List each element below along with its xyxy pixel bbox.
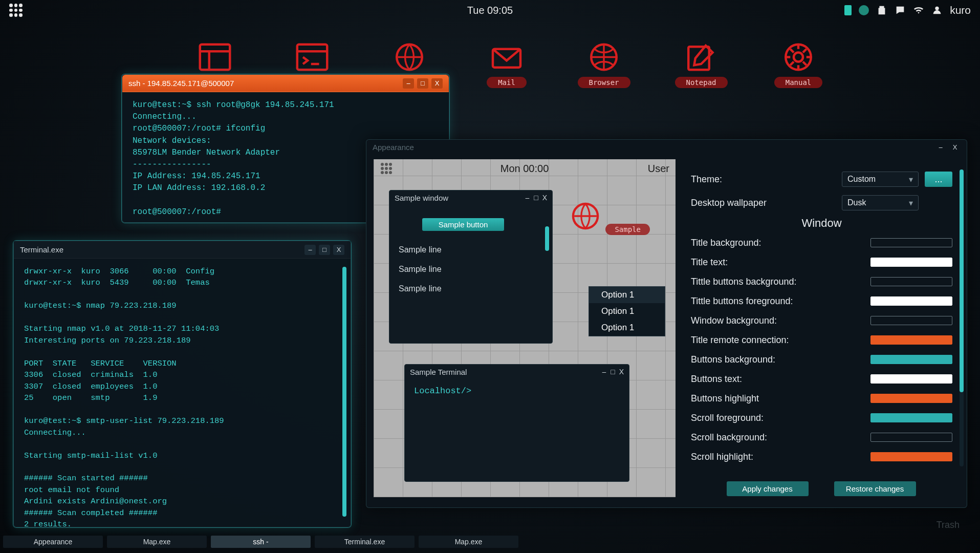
color-setting-label: Tittle buttons foreground: [691, 296, 870, 307]
maximize-button[interactable]: □ [534, 194, 538, 202]
color-setting-row: Window background: [691, 311, 952, 330]
context-menu-item[interactable]: Option 1 [589, 320, 665, 336]
minimize-button[interactable]: ‒ [403, 78, 414, 89]
color-setting-label: Title text: [691, 257, 870, 268]
close-button[interactable]: X [619, 368, 624, 376]
scrollbar-thumb[interactable] [960, 169, 964, 392]
apply-changes-button[interactable]: Apply changes [727, 481, 809, 496]
sample-line: Sample line [399, 260, 543, 279]
sample-line: Sample line [399, 279, 543, 299]
minimize-button[interactable]: ‒ [602, 368, 606, 376]
sample-window-title: Sample window [395, 194, 448, 202]
appearance-titlebar[interactable]: Appearance ‒ X [366, 140, 967, 154]
color-swatch[interactable] [870, 316, 952, 325]
desktop-icon-browser[interactable]: Browser [581, 41, 627, 88]
taskbar-item-map[interactable]: Map.exe [107, 536, 207, 548]
color-swatch[interactable] [870, 277, 952, 286]
taskbar-item-map-2[interactable]: Map.exe [419, 536, 518, 548]
tray-indicator-2[interactable] [859, 5, 869, 15]
color-setting-row: Buttons background: [691, 350, 952, 369]
apps-menu-icon[interactable] [9, 4, 23, 17]
color-setting-label: Title remote connection: [691, 335, 870, 346]
color-swatch[interactable] [870, 258, 952, 267]
terminal-titlebar[interactable]: Terminal.exe ‒ □ X [14, 241, 351, 259]
clipboard-icon[interactable] [876, 5, 887, 16]
preview-context-menu: Option 1 Option 1 Option 1 [589, 286, 665, 336]
wallpaper-label: Desktop wallpaper [691, 198, 842, 208]
sample-terminal: Sample Terminal ‒ □ X Localhost/> [404, 364, 629, 482]
color-setting-label: Buttons background: [691, 354, 870, 365]
color-setting-row: Title remote connection: [691, 330, 952, 350]
sample-window-titlebar[interactable]: Sample window ‒ □ X [389, 190, 552, 205]
system-tray: kuro [844, 4, 971, 16]
preview-sample-icon: Sample [568, 200, 650, 235]
theme-dropdown[interactable]: Custom [842, 172, 919, 187]
appearance-title: Appearance [373, 143, 935, 152]
color-setting-row: Tittle buttons background: [691, 272, 952, 291]
close-button[interactable]: X [949, 142, 961, 152]
wallpaper-dropdown[interactable]: Dusk [842, 195, 919, 210]
sample-window-scrollbar-thumb[interactable] [545, 226, 549, 251]
theme-value: Custom [847, 175, 876, 184]
close-button[interactable]: X [333, 245, 344, 255]
color-swatch[interactable] [870, 394, 952, 403]
desktop-icon-notepad[interactable]: Notepad [678, 41, 724, 88]
color-swatch[interactable] [870, 355, 952, 364]
maximize-button[interactable]: □ [319, 245, 330, 255]
sample-button[interactable]: Sample button [422, 218, 504, 231]
desktop-icon-mail[interactable]: Mail [484, 41, 530, 88]
color-setting-label: Scroll highlight: [691, 452, 870, 462]
context-menu-item[interactable]: Option 1 [589, 287, 665, 303]
color-swatch[interactable] [870, 335, 952, 345]
color-swatch[interactable] [870, 413, 952, 422]
trash-label[interactable]: Trash [937, 520, 960, 530]
color-setting-label: Tittle buttons background: [691, 276, 870, 287]
color-setting-label: Scroll background: [691, 432, 870, 443]
taskbar-item-terminal[interactable]: Terminal.exe [315, 536, 415, 548]
color-setting-row: Title text: [691, 252, 952, 272]
sample-terminal-titlebar[interactable]: Sample Terminal ‒ □ X [405, 365, 629, 379]
maximize-button[interactable]: □ [417, 78, 428, 89]
close-button[interactable]: X [542, 194, 547, 202]
restore-changes-button[interactable]: Restore changes [834, 481, 916, 496]
user-avatar-icon[interactable] [931, 5, 943, 16]
username[interactable]: kuro [950, 4, 971, 16]
terminal-scrollbar[interactable] [342, 267, 346, 517]
theme-more-button[interactable]: ... [925, 172, 952, 187]
appearance-body: Mon 00:00 User Sample Option 1 Option 1 … [366, 154, 967, 507]
minimize-button[interactable]: ‒ [525, 194, 530, 202]
color-swatch[interactable] [870, 374, 952, 384]
maximize-button[interactable]: □ [611, 368, 615, 376]
scrollbar-thumb[interactable] [342, 267, 346, 517]
theme-label: Theme: [691, 174, 842, 185]
wifi-icon[interactable] [913, 5, 924, 16]
preview-sample-icon-label: Sample [605, 224, 650, 235]
terminal-body[interactable]: drwxr-xr-x kuro 3066 00:00 Config drwxr-… [14, 259, 351, 527]
desktop-icon-label: Manual [774, 77, 823, 88]
tray-indicator-1[interactable] [844, 5, 852, 15]
sample-window-body: Sample button Sample line Sample line Sa… [389, 205, 552, 306]
color-swatch[interactable] [870, 452, 952, 461]
color-swatch[interactable] [870, 296, 952, 306]
wallpaper-value: Dusk [847, 198, 866, 207]
taskbar-item-ssh[interactable]: ssh - [211, 536, 311, 548]
settings-section-header: Window [691, 217, 952, 230]
preview-clock: Mon 00:00 [500, 163, 549, 175]
ssh-titlebar[interactable]: ssh - 194.85.245.171@500007 ‒ □ X [122, 75, 449, 92]
color-setting-row: Scroll background: [691, 428, 952, 447]
minimize-button[interactable]: ‒ [935, 142, 946, 152]
minimize-button[interactable]: ‒ [304, 245, 316, 255]
context-menu-item[interactable]: Option 1 [589, 303, 665, 320]
desktop-icon-manual[interactable]: Manual [775, 41, 821, 88]
close-button[interactable]: X [431, 78, 443, 89]
color-setting-label: Scroll foreground: [691, 413, 870, 423]
sample-terminal-body[interactable]: Localhost/> [405, 379, 629, 403]
chat-icon[interactable] [895, 5, 906, 16]
color-setting-label: Buttons highlight [691, 393, 870, 404]
color-swatch[interactable] [870, 433, 952, 442]
color-swatch[interactable] [870, 238, 952, 247]
settings-scrollbar[interactable] [960, 169, 964, 466]
taskbar-item-appearance[interactable]: Appearance [3, 536, 103, 548]
clock: Tue 09:05 [467, 5, 513, 16]
preview-apps-icon [381, 163, 392, 174]
